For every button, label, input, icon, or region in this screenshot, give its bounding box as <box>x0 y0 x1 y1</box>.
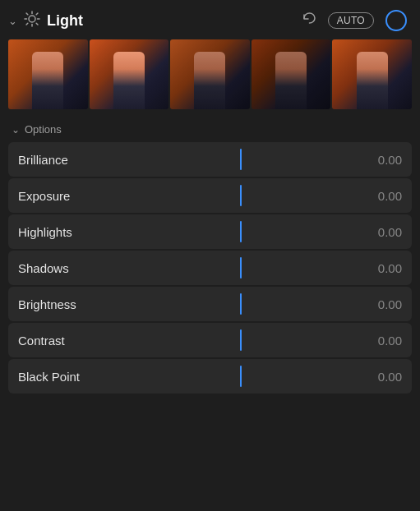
svg-line-5 <box>26 13 28 15</box>
slider-track[interactable] <box>125 185 357 206</box>
slider-track[interactable] <box>125 221 357 242</box>
slider-label-brilliance: Brilliance <box>18 153 125 167</box>
svg-point-0 <box>29 16 35 22</box>
undo-icon[interactable] <box>302 12 316 30</box>
slider-handle <box>240 329 242 351</box>
slider-label-shadows: Shadows <box>18 261 125 275</box>
slider-row[interactable]: Shadows0.00 <box>8 251 412 285</box>
slider-row[interactable]: Contrast0.00 <box>8 323 412 357</box>
slider-row[interactable]: Brightness0.00 <box>8 287 412 321</box>
slider-value-black-point: 0.00 <box>357 370 402 384</box>
slider-label-exposure: Exposure <box>18 189 125 203</box>
thumbnail-5[interactable] <box>332 39 412 109</box>
svg-line-8 <box>26 23 28 25</box>
slider-value-brightness: 0.00 <box>357 297 402 311</box>
collapse-chevron-icon[interactable]: ⌄ <box>8 15 17 27</box>
slider-row[interactable]: Black Point0.00 <box>8 359 412 394</box>
slider-row[interactable]: Highlights0.00 <box>8 214 412 249</box>
slider-handle <box>240 149 242 170</box>
slider-handle <box>240 221 242 242</box>
sun-icon <box>24 11 40 31</box>
slider-handle <box>240 366 242 387</box>
sliders-container: Brilliance0.00Exposure0.00Highlights0.00… <box>0 142 420 394</box>
slider-value-brilliance: 0.00 <box>357 153 402 167</box>
slider-value-highlights: 0.00 <box>357 225 402 239</box>
slider-row[interactable]: Exposure0.00 <box>8 178 412 213</box>
slider-row[interactable]: Brilliance0.00 <box>8 142 412 177</box>
options-header[interactable]: ⌄ Options <box>0 120 420 142</box>
slider-track[interactable] <box>125 257 357 279</box>
slider-value-exposure: 0.00 <box>357 189 402 203</box>
circle-toggle-button[interactable] <box>385 10 407 31</box>
slider-value-shadows: 0.00 <box>357 261 402 275</box>
auto-button[interactable]: AUTO <box>328 12 374 29</box>
slider-handle <box>240 185 242 206</box>
slider-value-contrast: 0.00 <box>357 334 402 348</box>
options-label: Options <box>25 123 62 136</box>
slider-label-brightness: Brightness <box>18 297 125 311</box>
panel-title: Light <box>47 12 295 30</box>
image-strip <box>0 39 420 120</box>
light-panel: ⌄ Light AUTO <box>0 0 420 511</box>
thumbnail-4[interactable] <box>252 39 331 109</box>
svg-line-6 <box>36 23 38 25</box>
slider-track[interactable] <box>125 293 357 315</box>
thumbnail-1[interactable] <box>8 39 88 109</box>
slider-track[interactable] <box>125 329 357 351</box>
thumbnail-2[interactable] <box>90 39 169 109</box>
options-chevron-icon: ⌄ <box>12 124 20 136</box>
slider-label-contrast: Contrast <box>18 334 125 348</box>
slider-track[interactable] <box>125 149 357 170</box>
slider-handle <box>240 293 242 315</box>
panel-header: ⌄ Light AUTO <box>0 0 420 39</box>
slider-label-black-point: Black Point <box>18 370 125 384</box>
svg-line-7 <box>36 13 38 15</box>
thumbnail-3[interactable] <box>170 39 250 109</box>
slider-label-highlights: Highlights <box>18 225 125 239</box>
slider-track[interactable] <box>125 366 357 387</box>
slider-handle <box>240 257 242 279</box>
